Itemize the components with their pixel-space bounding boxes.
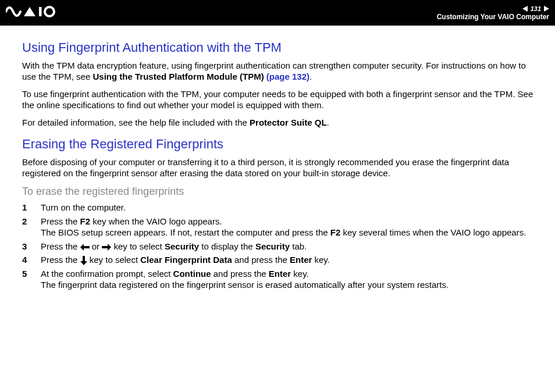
step-number: 2 <box>22 216 30 238</box>
step-number: 4 <box>22 254 30 266</box>
vaio-logo <box>6 6 70 20</box>
text: key. <box>291 269 309 279</box>
text: . <box>327 117 329 127</box>
page-link[interactable]: (page 132) <box>266 72 309 81</box>
step-item: 2 Press the F2 key when the VAIO logo ap… <box>22 216 538 238</box>
step-text: Press the or key to select Security to d… <box>41 241 538 252</box>
step-number: 5 <box>22 268 30 291</box>
subheading-erase-procedure: To erase the registered fingerprints <box>22 185 538 198</box>
text: key. <box>312 255 330 265</box>
step-text: At the confirmation prompt, select Conti… <box>41 268 538 291</box>
text: key to select <box>111 241 165 251</box>
text-bold: Security <box>165 241 199 251</box>
text: The BIOS setup screen appears. If not, r… <box>41 227 330 237</box>
text: Press the <box>41 216 80 226</box>
step-number: 1 <box>22 202 30 213</box>
text: tab. <box>290 241 307 251</box>
text: or <box>90 241 102 251</box>
text-bold: Protector Suite QL <box>250 117 327 127</box>
svg-rect-0 <box>39 7 42 16</box>
step-text: Press the F2 key when the VAIO logo appe… <box>41 216 538 238</box>
paragraph: For detailed information, see the help f… <box>22 117 538 129</box>
content: Using Fingerprint Authentication with th… <box>0 26 555 291</box>
text-bold: Continue <box>173 269 211 279</box>
paragraph: To use fingerprint authentication with t… <box>22 88 538 111</box>
text-bold: Clear Fingerprint Data <box>140 255 232 265</box>
text: For detailed information, see the help f… <box>22 117 250 127</box>
text: key several times when the VAIO logo app… <box>340 227 526 237</box>
text: key when the VAIO logo appears. <box>90 216 222 226</box>
arrow-left-icon <box>80 244 90 251</box>
text: to display the <box>199 241 255 251</box>
next-page-arrow-icon[interactable] <box>544 6 549 12</box>
header-bar: 131 Customizing Your VAIO Computer <box>0 0 555 26</box>
page-number: 131 <box>529 5 543 12</box>
header-right: 131 Customizing Your VAIO Computer <box>437 5 549 21</box>
text: key to select <box>87 255 141 265</box>
text: Press the <box>41 241 80 251</box>
prev-page-arrow-icon[interactable] <box>522 6 528 12</box>
text: At the confirmation prompt, select <box>41 269 173 279</box>
text: The fingerprint data registered on the f… <box>41 280 449 290</box>
heading-erase: Erasing the Registered Fingerprints <box>22 136 538 153</box>
step-text: Turn on the computer. <box>41 202 538 213</box>
heading-tpm: Using Fingerprint Authentication with th… <box>22 40 538 56</box>
paragraph: Before disposing of your computer or tra… <box>22 156 538 179</box>
text: and press the <box>211 269 269 279</box>
page-nav: 131 <box>522 5 549 12</box>
text: Press the <box>41 255 80 265</box>
step-item: 1 Turn on the computer. <box>22 202 538 213</box>
text: . <box>309 72 312 81</box>
svg-point-1 <box>45 7 54 16</box>
text: and press the <box>232 255 290 265</box>
text-bold: Using the Trusted Platform Module (TPM) <box>92 72 264 81</box>
step-number: 3 <box>22 241 30 252</box>
step-item: 5 At the confirmation prompt, select Con… <box>22 268 538 291</box>
section-name: Customizing Your VAIO Computer <box>437 13 549 21</box>
text-bold: Enter <box>290 255 312 265</box>
text-bold: Enter <box>269 269 291 279</box>
paragraph: With the TPM data encryption feature, us… <box>22 60 538 83</box>
steps-list: 1 Turn on the computer. 2 Press the F2 k… <box>22 202 538 291</box>
page: 131 Customizing Your VAIO Computer Using… <box>0 0 555 392</box>
arrow-right-icon <box>102 244 111 251</box>
text-bold: Security <box>255 241 290 251</box>
text-bold: F2 <box>330 227 341 237</box>
step-item: 3 Press the or key to select Security to… <box>22 241 538 252</box>
arrow-down-icon <box>80 256 87 265</box>
step-item: 4 Press the key to select Clear Fingerpr… <box>22 254 538 266</box>
text-bold: F2 <box>80 216 91 226</box>
step-text: Press the key to select Clear Fingerprin… <box>41 254 538 266</box>
